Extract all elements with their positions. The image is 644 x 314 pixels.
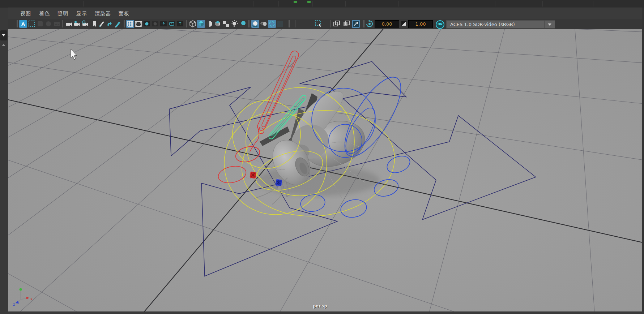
menu-item-1[interactable]: 着色 bbox=[39, 8, 50, 19]
snapshot2-icon[interactable] bbox=[342, 20, 350, 28]
isolate-select-icon[interactable] bbox=[315, 20, 323, 28]
bottom-edge-strip bbox=[0, 311, 644, 314]
pencil-icon[interactable] bbox=[114, 20, 122, 28]
axis-x-label: x bbox=[30, 297, 33, 301]
top-strip-separator bbox=[542, 1, 543, 7]
grid-icon[interactable] bbox=[126, 20, 134, 28]
camera-lock-icon[interactable] bbox=[73, 20, 81, 28]
bookmark-icon[interactable] bbox=[90, 20, 98, 28]
gamma-field[interactable]: 1.00 bbox=[408, 20, 433, 28]
svg-text:A: A bbox=[21, 21, 25, 27]
safe-action-icon[interactable] bbox=[168, 20, 176, 28]
rig-blue-box-control[interactable] bbox=[276, 179, 282, 186]
film-gate-icon[interactable] bbox=[135, 20, 142, 28]
toolbar-separator bbox=[124, 20, 125, 27]
fly-shadow bbox=[257, 165, 380, 196]
lights-icon[interactable] bbox=[230, 20, 238, 28]
half-sphere-icon[interactable] bbox=[205, 20, 213, 28]
top-strip-separator bbox=[278, 1, 279, 7]
gamma-icon[interactable] bbox=[401, 21, 407, 26]
top-strip-separator bbox=[451, 1, 451, 7]
toolbar-separator bbox=[248, 20, 250, 27]
menu-item-5[interactable]: 面板 bbox=[119, 8, 129, 19]
select-mask-a-icon[interactable]: A bbox=[19, 20, 27, 28]
select-marquee-icon[interactable] bbox=[28, 20, 36, 28]
right-edge-strip bbox=[642, 8, 644, 314]
menu-item-3[interactable]: 显示 bbox=[76, 8, 87, 19]
camera-name-label: persp bbox=[313, 303, 327, 309]
exposure-field[interactable]: 0.00 bbox=[375, 20, 399, 28]
panel-expand-arrow[interactable] bbox=[2, 44, 5, 46]
shelf-green-icon-2 bbox=[307, 1, 311, 3]
toolbar-separator bbox=[186, 20, 187, 27]
ao-icon[interactable] bbox=[251, 20, 259, 28]
top-strip-separator bbox=[116, 1, 116, 7]
axis-y-tip bbox=[20, 288, 22, 291]
fog-icon[interactable] bbox=[276, 20, 284, 28]
shaded-cube-icon[interactable] bbox=[197, 20, 205, 28]
snapshot-icon[interactable] bbox=[333, 20, 341, 28]
resolution-gate-icon[interactable] bbox=[143, 20, 151, 28]
toolbar-separator bbox=[295, 20, 296, 27]
pen-icon[interactable] bbox=[98, 20, 106, 28]
top-strip-separator bbox=[193, 1, 193, 7]
panel-menu-bar: 视图着色照明显示渲染器面板 bbox=[8, 8, 644, 19]
motion-blur-icon[interactable] bbox=[260, 20, 268, 28]
top-strip-separator bbox=[398, 1, 399, 7]
svg-text:T: T bbox=[179, 22, 182, 26]
camera-attributes-icon[interactable] bbox=[82, 20, 90, 28]
left-panel-strip bbox=[0, 8, 8, 314]
viewport-3d[interactable]: xzpersp bbox=[8, 29, 642, 311]
toolbar-separator bbox=[363, 20, 364, 27]
top-strip-separator bbox=[593, 1, 593, 7]
select-dim-image-icon[interactable] bbox=[53, 20, 61, 28]
select-dim-square-icon[interactable] bbox=[36, 20, 44, 28]
menu-item-0[interactable]: 视图 bbox=[20, 8, 31, 19]
view-transform-dropdown-arrow[interactable] bbox=[544, 20, 555, 29]
toolbar-separator bbox=[289, 20, 290, 27]
colorspace-toggle[interactable]: ON bbox=[436, 20, 444, 29]
gate-mask-icon[interactable] bbox=[151, 20, 159, 28]
toolbar-separator bbox=[62, 20, 63, 27]
safe-title-icon[interactable]: T bbox=[176, 20, 184, 28]
exposure-icon[interactable] bbox=[366, 20, 374, 28]
shadows-icon[interactable] bbox=[239, 20, 247, 28]
toolbar-separator bbox=[17, 20, 18, 27]
toolbar-separator bbox=[330, 20, 331, 27]
maya-window: 视图着色照明显示渲染器面板 AT0.001.00ONACES 1.0 SDR-v… bbox=[0, 0, 644, 314]
top-strip-separator bbox=[253, 1, 253, 7]
rig-red-box-control[interactable] bbox=[250, 172, 256, 178]
field-chart-icon[interactable] bbox=[159, 20, 167, 28]
panel-collapse-button[interactable] bbox=[0, 30, 7, 40]
menu-item-2[interactable]: 照明 bbox=[57, 8, 68, 19]
top-strip-separator bbox=[83, 1, 84, 7]
top-strip-separator bbox=[345, 1, 346, 7]
view-transform-dropdown[interactable]: ACES 1.0 SDR-video (sRGB) bbox=[446, 20, 547, 29]
select-dim-circle-icon[interactable] bbox=[44, 20, 52, 28]
textured-cube-icon[interactable] bbox=[214, 20, 222, 28]
axis-z-label: z bbox=[13, 302, 15, 306]
top-strip-separator bbox=[154, 1, 154, 7]
snap-tool-icon[interactable] bbox=[106, 20, 114, 28]
dof-icon[interactable] bbox=[268, 20, 276, 28]
wireframe-cube-icon[interactable] bbox=[189, 20, 197, 28]
top-shelf-strip bbox=[0, 0, 644, 8]
camera-icon[interactable] bbox=[65, 20, 73, 28]
top-strip-separator bbox=[312, 1, 313, 7]
image-plane-icon[interactable] bbox=[352, 20, 360, 28]
panel-toolbar: AT0.001.00ONACES 1.0 SDR-video (sRGB) bbox=[8, 19, 644, 29]
menu-item-4[interactable]: 渲染器 bbox=[95, 8, 111, 19]
checker-icon[interactable] bbox=[222, 20, 230, 28]
top-strip-separator bbox=[495, 1, 495, 7]
shelf-green-icon bbox=[294, 1, 297, 3]
